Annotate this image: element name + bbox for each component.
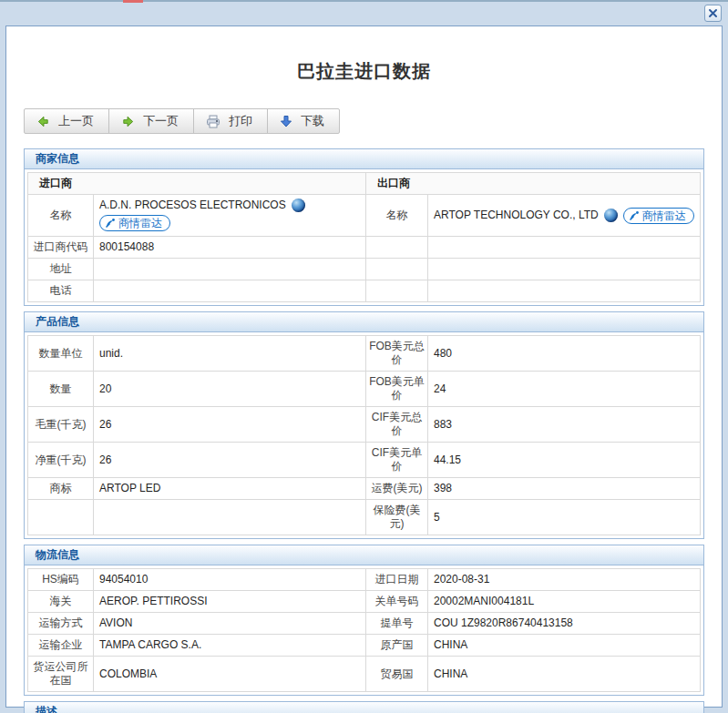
merchant-section-title: 商家信息 <box>25 149 703 169</box>
field-value: 5 <box>428 500 701 535</box>
table-row: 运输企业 TAMPA CARGO S.A. 原产国 CHINA <box>28 635 701 657</box>
merchant-table: 进口商 出口商 名称 A.D.N. PROCESOS ELECTRONICOS <box>27 172 701 302</box>
importer-code-label: 进口商代码 <box>28 237 94 259</box>
field-label: 运输企业 <box>28 635 94 657</box>
field-label: CIF美元单价 <box>366 443 428 478</box>
exporter-radar-button[interactable]: 商情雷达 <box>623 208 694 224</box>
field-label: FOB美元单价 <box>366 372 428 407</box>
table-row: 货运公司所在国 COLOMBIA 贸易国 CHINA <box>28 657 701 692</box>
importer-header: 进口商 <box>28 173 366 195</box>
next-page-button[interactable]: 下一页 <box>108 108 194 134</box>
field-label: CIF美元总价 <box>366 407 428 443</box>
arrow-down-icon <box>280 115 292 128</box>
print-label: 打印 <box>229 113 252 129</box>
toolbar: 上一页 下一页 打印 下载 <box>24 108 340 134</box>
field-label: 毛重(千克) <box>28 407 94 443</box>
table-row: HS编码 94054010 进口日期 2020-08-31 <box>28 569 701 591</box>
field-value: 26 <box>94 407 366 443</box>
field-label: 商标 <box>28 478 94 500</box>
dialog-panel: 巴拉圭进口数据 上一页 下一页 打印 <box>5 25 723 708</box>
field-label: 关单号码 <box>366 591 428 613</box>
exporter-name-cell: ARTOP TECHNOLOGY CO., LTD 商情雷达 <box>428 195 701 237</box>
section-logistics-info: 物流信息 HS编码 94054010 进口日期 2020-08-31 海关 AE… <box>24 545 704 696</box>
table-row: 数量单位 unid. FOB美元总价 480 <box>28 336 701 372</box>
field-value: 44.15 <box>428 443 701 478</box>
field-label: FOB美元总价 <box>366 336 428 372</box>
exporter-name-value: ARTOP TECHNOLOGY CO., LTD <box>434 209 599 222</box>
exporter-name-label: 名称 <box>366 195 428 237</box>
section-description: 描述 产品详细描述 20 UNIDADES DE LUCES DE LED DE… <box>24 701 704 713</box>
description-section-title: 描述 <box>25 702 703 713</box>
field-value: CHINA <box>428 657 701 692</box>
field-value: 2020-08-31 <box>428 569 701 591</box>
table-row: 进口商 出口商 <box>28 173 701 195</box>
window-frame-top-edge <box>0 0 728 2</box>
phone-value <box>94 280 366 302</box>
radar-button-label: 商情雷达 <box>118 217 162 229</box>
background-page-artifact <box>123 0 143 3</box>
field-value: 480 <box>428 336 701 372</box>
field-value: AEROP. PETTIROSSI <box>94 591 366 613</box>
table-row: 毛重(千克) 26 CIF美元总价 883 <box>28 407 701 443</box>
table-row: 运输方式 AVION 提单号 COU 1Z9820R86740413158 <box>28 613 701 635</box>
section-product-info: 产品信息 数量单位 unid. FOB美元总价 480 数量 20 FOB美元单… <box>24 311 704 539</box>
table-row: 电话 <box>28 280 701 302</box>
section-merchant-info: 商家信息 进口商 出口商 名称 A.D.N. PROCESOS ELECTRON… <box>24 148 704 306</box>
field-label: 货运公司所在国 <box>28 657 94 692</box>
page-title: 巴拉圭进口数据 <box>6 59 722 84</box>
field-label: 进口日期 <box>366 569 428 591</box>
field-label: 原产国 <box>366 635 428 657</box>
next-page-label: 下一页 <box>143 113 179 129</box>
logistics-table: HS编码 94054010 进口日期 2020-08-31 海关 AEROP. … <box>27 568 701 692</box>
arrow-left-icon <box>36 115 50 128</box>
field-label: 数量单位 <box>28 336 94 372</box>
importer-radar-button[interactable]: 商情雷达 <box>99 215 170 231</box>
field-label: 运费(美元) <box>366 478 428 500</box>
table-row: 数量 20 FOB美元单价 24 <box>28 372 701 407</box>
empty-value-cell <box>428 237 701 259</box>
field-label: 保险费(美元) <box>366 500 428 535</box>
prev-page-label: 上一页 <box>58 113 94 129</box>
arrow-right-icon <box>121 115 135 128</box>
phone-label: 电话 <box>28 280 94 302</box>
field-value: CHINA <box>428 635 701 657</box>
importer-name-value: A.D.N. PROCESOS ELECTRONICOS <box>99 199 286 212</box>
print-button[interactable]: 打印 <box>193 108 268 134</box>
address-value <box>94 259 366 280</box>
radar-button-label: 商情雷达 <box>642 209 686 222</box>
close-button[interactable] <box>704 5 722 22</box>
table-row: 进口商代码 800154088 <box>28 237 701 259</box>
table-row: 名称 A.D.N. PROCESOS ELECTRONICOS <box>28 195 701 237</box>
table-row: 保险费(美元) 5 <box>28 500 701 535</box>
close-icon <box>708 8 718 18</box>
importer-code-value: 800154088 <box>94 237 366 259</box>
field-value: 94054010 <box>94 569 366 591</box>
field-label: 运输方式 <box>28 613 94 635</box>
field-value: 26 <box>94 443 366 478</box>
field-value: COLOMBIA <box>94 657 366 692</box>
product-table: 数量单位 unid. FOB美元总价 480 数量 20 FOB美元单价 24 … <box>27 335 701 535</box>
table-row: 净重(千克) 26 CIF美元单价 44.15 <box>28 443 701 478</box>
field-label: 净重(千克) <box>28 443 94 478</box>
empty-value-cell <box>428 280 701 302</box>
field-value: AVION <box>94 613 366 635</box>
address-label: 地址 <box>28 259 94 280</box>
field-value: 24 <box>428 372 701 407</box>
empty-value-cell <box>428 259 701 280</box>
field-value: ARTOP LED <box>94 478 366 500</box>
field-label: 数量 <box>28 372 94 407</box>
field-value: COU 1Z9820R86740413158 <box>428 613 701 635</box>
field-label: 贸易国 <box>366 657 428 692</box>
prev-page-button[interactable]: 上一页 <box>24 108 109 134</box>
globe-icon[interactable] <box>292 199 305 212</box>
field-value: 398 <box>428 478 701 500</box>
importer-name-cell: A.D.N. PROCESOS ELECTRONICOS 商情雷达 <box>94 195 366 237</box>
globe-icon[interactable] <box>604 209 618 222</box>
table-row: 地址 <box>28 259 701 280</box>
radar-dish-icon <box>629 210 640 221</box>
download-button[interactable]: 下载 <box>267 108 340 134</box>
printer-icon <box>206 115 220 128</box>
exporter-header: 出口商 <box>366 173 701 195</box>
field-value: 20 <box>94 372 366 407</box>
field-value: 883 <box>428 407 701 443</box>
